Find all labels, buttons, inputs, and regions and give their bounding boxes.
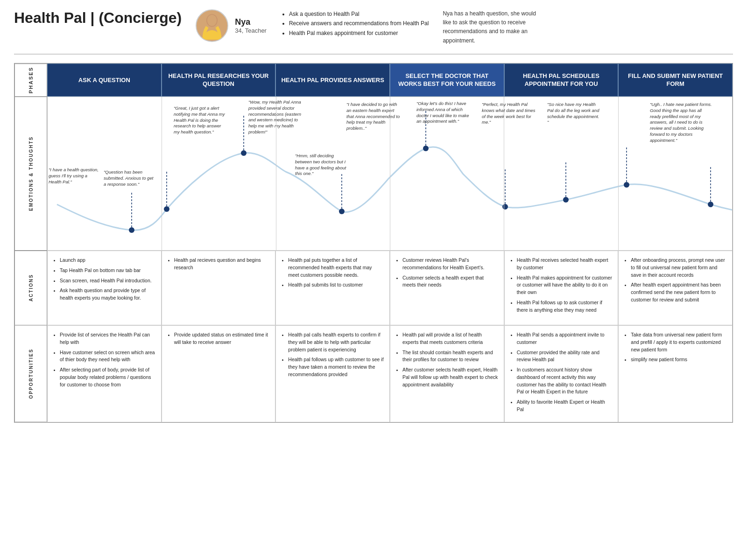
phase-header-4: HEALTH PAL SCHEDULES APPOINTMENT FOR YOU (504, 63, 619, 97)
header: Health Pal | (Concierge) Nya 34, Teacher… (14, 9, 733, 55)
action-bullet: Launch app (60, 257, 155, 264)
opportunity-bullet: Customer provided the ability rate and r… (517, 349, 613, 364)
opportunity-bullet: Health pal will provide a list of health… (402, 331, 498, 346)
opportunity-bullet: Provide updated status on estimated time… (174, 331, 270, 346)
emotion-dot-4 (423, 146, 429, 151)
action-bullet: Health pal puts together a list of recom… (288, 257, 384, 279)
phases-row: PHASES ASK A QUESTIONHEALTH PAL RESEARCH… (14, 63, 733, 97)
action-bullet: Health pal recieves question and begins … (174, 257, 270, 272)
emotions-row: EMOTIONS & THOUGHTS "I have a health que… (14, 97, 733, 251)
opportunities-cell-1: Provide updated status on estimated time… (162, 325, 276, 422)
emotion-quote-5: "I have decided to go with an eastern he… (346, 102, 402, 132)
emotion-quote-0: "I have a health question, guess I'll tr… (49, 167, 100, 185)
actions-cell-5: After onboarding process, prompt new use… (618, 251, 733, 325)
avatar-image (198, 12, 226, 40)
emotions-col-divider-5 (618, 97, 619, 250)
action-bullet: Health Pal receives selected health expe… (517, 257, 613, 272)
emotion-dot-1 (164, 206, 169, 212)
emotions-wrapper: "I have a health question, guess I'll tr… (47, 97, 733, 251)
emotion-quote-1: "Question has been submitted. Anxious to… (104, 169, 155, 187)
emotion-dot-6 (563, 197, 569, 203)
action-bullet: After onboarding process, prompt new use… (631, 257, 726, 279)
emotion-quote-8: "So nice have my Health Pal do all the l… (547, 102, 601, 126)
action-bullet: Health Pal makes appointment for custome… (517, 274, 613, 296)
opportunity-bullet: Ability to favorite Health Expert or Hea… (517, 399, 613, 413)
opportunity-bullet: After selecting part of body, provide li… (60, 366, 155, 388)
action-bullet: Health pal submits list to customer (288, 281, 384, 289)
header-description: Nya has a health question, she would lik… (443, 9, 545, 45)
action-bullet: Customer selects a health expert that me… (402, 274, 498, 289)
phase-header-5: FILL AND SUBMIT NEW PATIENT FORM (618, 63, 733, 97)
header-bullets: Ask a question to Health PalReceive answ… (281, 9, 429, 38)
actions-label: ACTIONS (14, 251, 47, 325)
persona-name: Nya (235, 17, 267, 27)
actions-cell-3: Customer reviews Health Pal's recommenda… (390, 251, 504, 325)
actions-cell-2: Health pal puts together a list of recom… (275, 251, 390, 325)
emotions-col-divider-1 (162, 97, 162, 250)
opportunity-bullet: The list should contain health experts a… (402, 349, 498, 364)
opportunities-cell-2: Health pal calls health experts to confi… (275, 325, 390, 422)
header-bullet-item: Ask a question to Health Pal (289, 9, 429, 19)
emotion-quote-9: "Ugh.. I hate new patient forms. Good th… (650, 102, 713, 144)
actions-cell-0: Launch appTap Health Pal on bottom nav t… (47, 251, 162, 325)
action-bullet: Health Pal follows up to ask customer if… (517, 299, 613, 314)
emotion-dot-2 (241, 150, 247, 156)
opportunity-bullet: Take data from universal new patient for… (631, 331, 726, 353)
emotion-quote-3: "Wow, my Health Pal Anna provided severa… (248, 99, 304, 135)
opportunity-bullet: Have customer select on screen which are… (60, 349, 155, 364)
actions-cell-1: Health pal recieves question and begins … (162, 251, 276, 325)
header-bullet-item: Health Pal makes appointment for custome… (289, 28, 429, 38)
actions-row: ACTIONS Launch appTap Health Pal on bott… (14, 251, 733, 325)
opportunity-bullet: simplify new patient forms (631, 356, 726, 364)
emotion-dot-5 (502, 204, 508, 210)
persona-section: Nya 34, Teacher (196, 9, 267, 42)
phase-header-3: SELECT THE DOCTOR THAT WORKS BEST FOR YO… (390, 63, 504, 97)
emotion-dot-7 (624, 182, 629, 188)
opportunity-bullet: Health Pal sends a appointment invite to… (517, 331, 613, 346)
opportunity-bullet: After customer selects health expert, He… (402, 366, 498, 388)
phase-header-2: HEALTH PAL PROVIDES ANSWERS (275, 63, 390, 97)
page-title: Health Pal | (Concierge) (14, 9, 182, 27)
actions-cell-4: Health Pal receives selected health expe… (504, 251, 619, 325)
opportunities-cell-3: Health pal will provide a list of health… (390, 325, 504, 422)
emotions-label: EMOTIONS & THOUGHTS (14, 97, 47, 251)
action-bullet: Customer reviews Health Pal's recommenda… (402, 257, 498, 272)
emotion-quote-2: "Great, I just got a alert notifying me … (174, 105, 227, 135)
emotion-dot-3 (339, 209, 345, 214)
emotion-dot-0 (129, 227, 134, 233)
action-bullet: Scan screen, read Health Pal introductio… (60, 277, 155, 285)
opportunity-bullet: In customers account history show dashbo… (517, 366, 613, 396)
persona-detail: 34, Teacher (235, 27, 267, 34)
header-bullet-item: Receive answers and recommendations from… (289, 19, 429, 28)
opportunities-cell-5: Take data from universal new patient for… (618, 325, 733, 422)
persona-info: Nya 34, Teacher (235, 17, 267, 34)
emotion-quote-7: "Perfect, my Health Pal knows what date … (482, 102, 536, 126)
avatar (196, 9, 228, 42)
phase-header-0: ASK A QUESTION (47, 63, 162, 97)
opportunities-label: OPPORTUNITIES (14, 325, 47, 422)
opportunities-cell-0: Provide list of services the Health Pal … (47, 325, 162, 422)
emotion-quote-6: "Okay let's do this! I have informed Ann… (416, 101, 470, 125)
emotion-quote-4: "Hmm, still deciding between two doctors… (295, 153, 346, 177)
page: Health Pal | (Concierge) Nya 34, Teacher… (0, 0, 747, 432)
opportunity-bullet: Health pal follows up with customer to s… (288, 356, 384, 378)
opportunity-bullet: Provide list of services the Health Pal … (60, 331, 155, 346)
phases-label: PHASES (14, 63, 47, 97)
action-bullet: Tap Health Pal on bottom nav tab bar (60, 267, 155, 274)
opportunities-cell-4: Health Pal sends a appointment invite to… (504, 325, 619, 422)
action-bullet: Ask health question and provide type of … (60, 287, 155, 302)
phase-header-1: HEALTH PAL RESEARCHES YOUR QUESTION (162, 63, 276, 97)
emotion-dot-8 (708, 202, 713, 207)
opportunities-row: OPPORTUNITIES Provide list of services t… (14, 325, 733, 423)
opportunity-bullet: Health pal calls health experts to confi… (288, 331, 384, 353)
action-bullet: After health expert appointment has been… (631, 281, 726, 303)
svg-point-1 (207, 15, 217, 26)
